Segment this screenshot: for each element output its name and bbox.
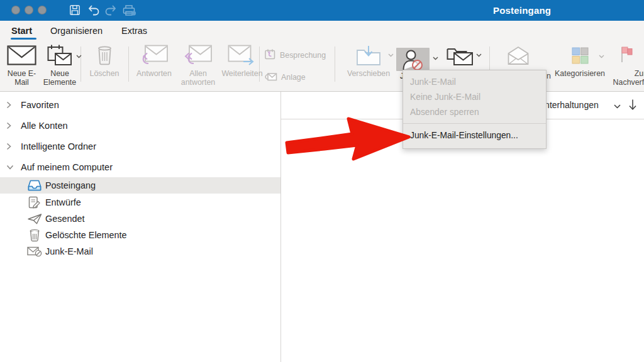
sent-icon [27,214,42,224]
minimize-window-button[interactable] [25,6,33,14]
reply-all-button[interactable]: Allen antworten [178,41,218,91]
chevron-down-icon[interactable] [6,165,15,170]
meeting-icon [264,48,276,62]
ribbon-divider [80,47,81,82]
forward-button[interactable]: Weiterleiten [218,41,267,91]
folder-entwuerfe[interactable]: Entwürfe [0,194,280,211]
trash-icon [83,41,126,70]
meeting-button[interactable]: Besprechung [264,49,326,62]
attachment-icon [264,72,277,84]
tab-extras[interactable]: Extras [121,26,147,36]
attachment-label: Anlage [281,73,306,82]
chevron-right-icon[interactable] [6,101,15,109]
reply-label: Antworten [131,70,177,79]
folder-junk-email[interactable]: Junk-E-Mail [0,243,280,260]
ribbon-divider [128,47,129,82]
active-tab-underline [11,38,36,40]
drafts-icon [27,196,42,209]
outlook-window: Posteingang Start Organisieren Extras Ne… [0,0,644,362]
ribbon-toolbar: Neue E-Mail Neue Elemente [0,41,644,92]
forward-icon [218,41,267,70]
folder-label: Entwürfe [45,197,81,207]
reply-icon [131,41,177,70]
folder-gesendet[interactable]: Gesendet [0,211,280,227]
categorize-label: Kategorisieren [550,70,610,79]
followup-flag-icon [608,41,644,70]
chevron-down-icon [76,55,82,58]
move-icon [342,41,395,70]
menu-separator [403,123,546,124]
chevron-right-icon[interactable] [6,143,15,150]
chevron-down-icon [599,55,604,58]
folder-label: Posteingang [45,180,96,190]
junk-folder-icon [27,246,42,257]
folder-geloeschte-elemente[interactable]: Gelöschte Elemente [0,227,280,243]
categorize-button[interactable]: Kategorisieren [550,41,610,91]
ribbon-divider [335,47,335,82]
deleted-icon [27,229,42,242]
undo-icon[interactable] [87,4,100,19]
delete-label: Löschen [83,70,126,79]
menu-item-junk-email: Junk-E-Mail [403,75,546,90]
new-email-label: Neue E-Mail [4,70,40,87]
sidebar-section-intelligente-ordner[interactable]: Intelligente Ordner [0,138,280,155]
reply-all-label: Allen antworten [178,70,218,87]
rules-folder-icon [444,41,477,70]
new-items-icon [40,41,79,70]
section-label: Alle Konten [21,121,68,131]
reply-button[interactable]: Antworten [131,41,177,91]
categorize-icon [550,41,610,70]
delete-button[interactable]: Löschen [83,41,126,91]
view-mode-dropdown[interactable]: Unterhaltungen [538,100,599,110]
title-bar: Posteingang [0,0,644,21]
sort-down-icon[interactable] [628,99,637,111]
new-mail-icon [4,41,40,70]
move-button[interactable]: Verschieben [342,41,395,91]
tab-start[interactable]: Start [11,26,32,36]
attachment-button[interactable]: Anlage [264,71,306,84]
reply-all-icon [178,41,218,70]
section-label: Intelligente Ordner [21,141,96,151]
menu-item-absender-sperren: Absender sperren [403,105,546,120]
menu-item-junk-einstellungen[interactable]: Junk-E-Mail-Einstellungen... [403,126,546,145]
ribbon-tab-bar: Start Organisieren Extras [0,21,644,41]
meeting-label: Besprechung [280,51,326,60]
folder-label: Junk-E-Mail [45,246,93,256]
window-title: Posteingang [493,5,551,16]
move-label: Verschieben [342,70,395,79]
chevron-right-icon[interactable] [6,122,15,129]
section-label: Favoriten [21,100,59,110]
save-icon[interactable] [69,4,80,18]
junk-person-icon [396,48,430,71]
followup-button[interactable]: Zur Nachverfolgung [608,41,644,91]
redo-icon [104,4,117,19]
chevron-down-icon [476,53,482,57]
zoom-window-button[interactable] [38,6,47,14]
chevron-down-icon[interactable] [433,57,438,60]
inbox-icon [27,180,42,191]
chevron-down-icon[interactable] [614,104,621,109]
red-annotation-arrow [277,110,418,168]
read-envelope-icon [504,41,532,70]
close-window-button[interactable] [11,6,20,14]
new-items-label: Neue Elemente [40,70,79,87]
junk-dropdown-menu: Junk-E-Mail Keine Junk-E-Mail Absender s… [402,70,547,149]
menu-item-keine-junk-email: Keine Junk-E-Mail [403,90,546,105]
junk-button[interactable] [396,48,430,71]
sidebar-section-favoriten[interactable]: Favoriten [0,97,280,113]
folder-label: Gelöschte Elemente [45,230,127,240]
new-items-button[interactable]: Neue Elemente [40,41,79,91]
folder-label: Gesendet [45,214,84,224]
chevron-down-icon [388,53,394,57]
sidebar-section-auf-meinem-computer[interactable]: Auf meinem Computer [0,159,280,175]
forward-label: Weiterleiten [218,70,267,79]
new-email-button[interactable]: Neue E-Mail [4,41,40,91]
folder-posteingang[interactable]: Posteingang [0,177,280,194]
sidebar-section-alle-konten[interactable]: Alle Konten [0,118,280,134]
tab-organisieren[interactable]: Organisieren [50,26,103,36]
followup-label: Zur Nachverfolgung [608,70,644,87]
print-icon [122,4,137,19]
folder-sidebar: Favoriten Alle Konten Intelligente Ordne… [0,92,281,362]
section-label: Auf meinem Computer [21,162,113,172]
